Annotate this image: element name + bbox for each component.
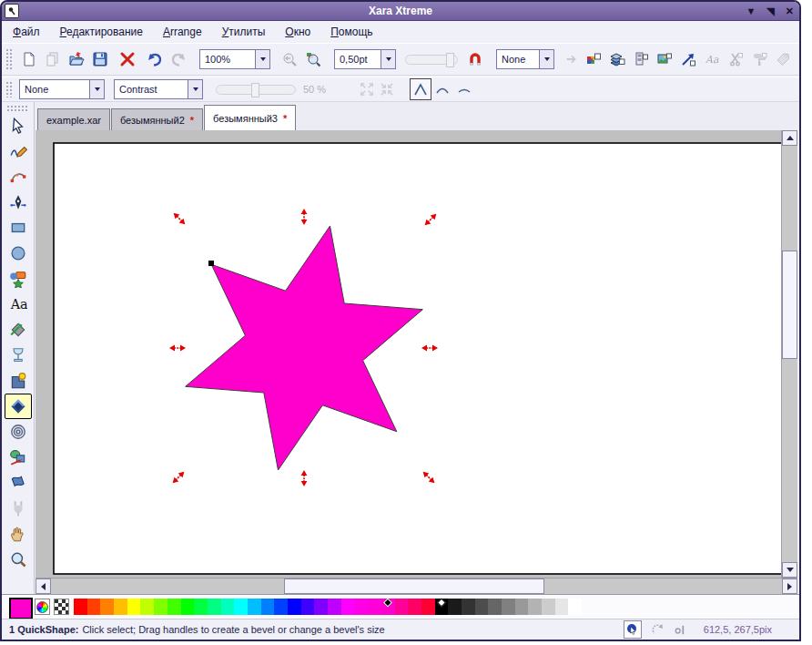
bevel-profile-round-button[interactable] bbox=[431, 78, 453, 100]
tool-freehand[interactable] bbox=[5, 138, 32, 164]
palette-swatch[interactable] bbox=[140, 599, 154, 615]
tool-selector[interactable] bbox=[5, 113, 32, 138]
palette-swatch[interactable] bbox=[74, 599, 87, 615]
undo-button[interactable] bbox=[143, 47, 167, 71]
open-button[interactable] bbox=[65, 47, 88, 71]
scroll-down-button[interactable] bbox=[782, 562, 797, 578]
menu-item-файл[interactable]: Файл bbox=[13, 26, 40, 38]
palette-swatch[interactable] bbox=[368, 599, 381, 615]
drawing-canvas[interactable] bbox=[36, 130, 781, 578]
tool-zoom[interactable] bbox=[5, 547, 32, 572]
tool-ellipse[interactable] bbox=[5, 241, 32, 266]
palette-swatch[interactable] bbox=[288, 599, 301, 615]
palette-swatch[interactable] bbox=[462, 599, 475, 615]
shade-button[interactable]: ▼ bbox=[746, 6, 756, 16]
title-bar[interactable]: Xara Xtreme ▼ ◥ ✕ bbox=[2, 2, 799, 21]
tool-pen[interactable] bbox=[5, 189, 32, 215]
color-gallery-button[interactable] bbox=[582, 47, 605, 71]
palette-swatch[interactable] bbox=[515, 599, 529, 615]
bevel-type-value[interactable]: None bbox=[20, 84, 89, 95]
palette-swatch[interactable] bbox=[354, 599, 368, 615]
palette-swatch[interactable] bbox=[154, 599, 167, 615]
horizontal-scrollbar[interactable] bbox=[36, 578, 797, 594]
color-editor-button[interactable] bbox=[35, 599, 50, 615]
palette-swatch[interactable] bbox=[114, 599, 127, 615]
save-button[interactable] bbox=[88, 47, 112, 71]
palette-swatch[interactable] bbox=[381, 599, 395, 615]
tool-transparency[interactable] bbox=[5, 343, 32, 368]
line-width-combobox[interactable]: 0,50pt bbox=[334, 49, 396, 69]
palette-swatch[interactable] bbox=[341, 599, 355, 615]
fill-style-dropdown-button[interactable] bbox=[539, 50, 553, 68]
tool-quickshape[interactable] bbox=[5, 266, 32, 292]
bevel-type-dropdown-button[interactable] bbox=[89, 80, 104, 98]
palette-swatch[interactable] bbox=[502, 599, 515, 615]
palette-swatch[interactable] bbox=[435, 599, 449, 615]
live-drag-indicator[interactable] bbox=[624, 620, 642, 639]
bevel-profile-flat-button[interactable] bbox=[453, 78, 475, 100]
document-tab[interactable]: безымянный3 * bbox=[204, 105, 296, 130]
palette-swatch[interactable] bbox=[100, 599, 114, 615]
light-direction-value[interactable]: Contrast bbox=[115, 84, 188, 95]
close-button[interactable]: ✕ bbox=[786, 6, 794, 16]
zoom-level-value[interactable]: 100% bbox=[200, 54, 255, 65]
bitmap-gallery-button[interactable] bbox=[629, 47, 653, 71]
palette-swatch[interactable] bbox=[408, 599, 421, 615]
bevel-profile-sharp-button[interactable] bbox=[410, 78, 431, 100]
menu-item-помощь[interactable]: Помощь bbox=[330, 26, 372, 38]
menu-item-редактирование[interactable]: Редактирование bbox=[60, 26, 143, 38]
fill-gallery-button[interactable] bbox=[653, 47, 676, 71]
tool-bevel[interactable] bbox=[5, 394, 32, 419]
delete-button[interactable] bbox=[116, 47, 139, 71]
maximize-button[interactable]: ◥ bbox=[766, 6, 774, 16]
vertical-scrollbar[interactable] bbox=[781, 130, 797, 578]
palette-swatch[interactable] bbox=[555, 599, 569, 615]
menu-item-arrange[interactable]: Arrange bbox=[163, 26, 202, 38]
document-tab[interactable]: безымянный2 * bbox=[111, 108, 203, 130]
palette-swatch[interactable] bbox=[87, 599, 101, 615]
drawing-surface[interactable] bbox=[36, 130, 781, 578]
palette-swatch[interactable] bbox=[221, 599, 235, 615]
layer-gallery-button[interactable] bbox=[605, 47, 629, 71]
scroll-left-button[interactable] bbox=[36, 578, 51, 594]
palette-swatch[interactable] bbox=[568, 599, 582, 615]
tool-fill[interactable] bbox=[5, 317, 32, 343]
tool-blend[interactable] bbox=[5, 445, 32, 470]
zoom-to-drawing-button[interactable] bbox=[301, 47, 325, 71]
node-handle[interactable] bbox=[208, 261, 214, 266]
scroll-right-button[interactable] bbox=[782, 578, 797, 594]
page[interactable] bbox=[54, 143, 781, 574]
zoom-level-dropdown-button[interactable] bbox=[255, 50, 269, 68]
palette-swatch[interactable] bbox=[314, 599, 328, 615]
palette-swatch[interactable] bbox=[248, 599, 261, 615]
palette-swatch[interactable] bbox=[395, 599, 409, 615]
tool-push[interactable] bbox=[5, 521, 32, 547]
scroll-up-button[interactable] bbox=[782, 130, 797, 146]
tool-mould[interactable] bbox=[5, 470, 32, 496]
palette-swatch[interactable] bbox=[475, 599, 489, 615]
line-width-dropdown-button[interactable] bbox=[381, 50, 395, 68]
tool-rectangle[interactable] bbox=[5, 215, 32, 241]
palette-swatch[interactable] bbox=[542, 599, 555, 615]
bevel-type-combobox[interactable]: None bbox=[19, 79, 105, 99]
fill-style-combobox[interactable]: None bbox=[496, 49, 554, 69]
toolbox-grip[interactable] bbox=[6, 105, 29, 111]
palette-swatch[interactable] bbox=[528, 599, 542, 615]
palette-swatch[interactable] bbox=[274, 599, 288, 615]
palette-swatch[interactable] bbox=[448, 599, 462, 615]
palette-swatch[interactable] bbox=[488, 599, 502, 615]
palette-swatch[interactable] bbox=[328, 599, 341, 615]
menu-item-окно[interactable]: Окно bbox=[285, 26, 310, 38]
tool-contour[interactable] bbox=[5, 419, 32, 445]
document-tab[interactable]: example.xar bbox=[37, 108, 110, 130]
toolbar-grip[interactable] bbox=[5, 48, 12, 70]
palette-swatch[interactable] bbox=[234, 599, 248, 615]
light-direction-dropdown-button[interactable] bbox=[188, 80, 202, 98]
palette-swatch[interactable] bbox=[301, 599, 315, 615]
light-direction-combobox[interactable]: Contrast bbox=[114, 79, 203, 99]
palette-swatch[interactable] bbox=[421, 599, 435, 615]
line-width-value[interactable]: 0,50pt bbox=[335, 54, 381, 65]
tool-text[interactable]: Aa bbox=[5, 292, 32, 317]
fill-style-value[interactable]: None bbox=[497, 54, 539, 65]
current-color-swatch[interactable] bbox=[9, 598, 33, 619]
